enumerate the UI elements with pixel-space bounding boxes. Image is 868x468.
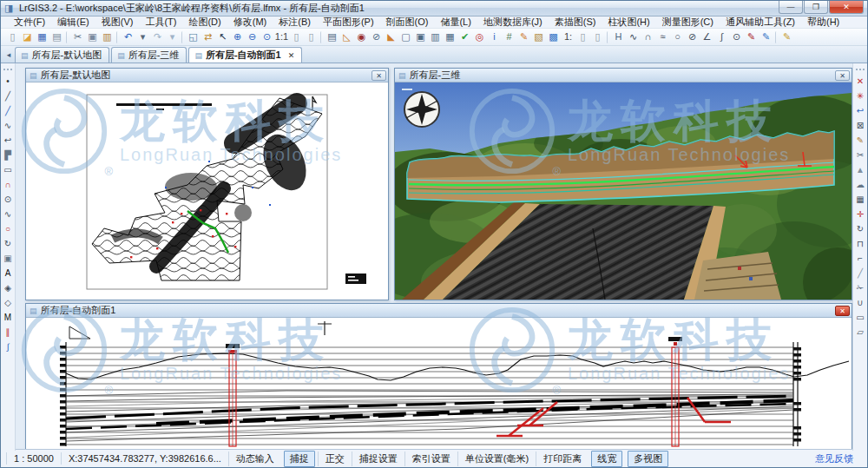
forbid-circle-icon[interactable]: ◎ [472, 30, 487, 44]
spline-icon[interactable]: ∿ [1, 119, 15, 134]
three-d-window-titlebar[interactable]: ▤ 所有层-三维 ✕ [395, 69, 852, 82]
map-canvas[interactable] [26, 82, 388, 300]
grid-edit-icon[interactable]: # [502, 30, 516, 44]
check-page-icon[interactable]: ✔ [457, 30, 472, 44]
curve-edit-icon[interactable]: ↩ [853, 104, 867, 119]
angle-tool-icon[interactable]: ∠ [700, 30, 714, 44]
image-frame-icon[interactable]: ▣ [1, 252, 15, 267]
brush-red-icon[interactable]: ✎ [744, 30, 759, 44]
menu-item[interactable]: 编辑(E) [51, 16, 95, 28]
approx-tool-icon[interactable]: ≈ [655, 30, 670, 44]
region-icon[interactable]: ▛ [1, 148, 15, 163]
join-icon[interactable]: ∪ [853, 296, 867, 311]
page-b-icon[interactable]: ▯ [590, 30, 605, 44]
print-icon[interactable]: ▤ [49, 30, 64, 44]
info-icon[interactable]: i [487, 30, 502, 44]
redo-dropdown-icon[interactable]: ▾ [165, 30, 180, 44]
save-icon[interactable]: ▦ [35, 30, 49, 44]
new-file-icon[interactable]: ▯ [5, 30, 20, 44]
text-icon[interactable]: A [1, 267, 15, 281]
select-arrow-icon[interactable]: ↖ [215, 30, 230, 44]
menu-item[interactable]: 剖面图(O) [380, 16, 435, 28]
zoom-in-icon[interactable]: ⊕ [230, 30, 245, 44]
ellipse-icon[interactable]: ○ [1, 222, 15, 237]
arc-tool-icon[interactable]: ∩ [641, 30, 655, 44]
rotate-icon[interactable]: ↻ [853, 222, 867, 237]
move-icon[interactable]: ✛ [853, 208, 867, 222]
snap-toggle[interactable]: 捕捉 [284, 451, 315, 467]
redo-icon[interactable]: ↷ [150, 30, 165, 44]
map-window-titlebar[interactable]: ▤ 所有层-默认地图 ✕ [26, 69, 388, 82]
print-distance[interactable]: 打印距离 [536, 452, 589, 466]
document-tab[interactable]: ▤ 所有层-默认地图 [15, 47, 109, 63]
polyline-icon[interactable]: ╱ [1, 104, 15, 119]
window-split-icon[interactable]: ▦ [443, 30, 457, 44]
document-tab[interactable]: ▤ 所有层-自动剖面1 ✕ [188, 47, 302, 63]
hatch-icon[interactable]: ◇ [1, 296, 15, 311]
menu-item[interactable]: 修改(M) [227, 16, 273, 28]
window-cascade-icon[interactable]: ▣ [413, 30, 428, 44]
paint-brush-icon[interactable]: ✎ [779, 30, 794, 44]
menu-item[interactable]: 测量图形(C) [656, 16, 720, 28]
toolbar-grip[interactable] [3, 69, 12, 72]
window-tile-icon[interactable]: ▥ [428, 30, 443, 44]
prev-view-icon[interactable]: ▯ [289, 30, 304, 44]
corner-icon[interactable]: ⌐ [853, 252, 867, 267]
array-icon[interactable]: ▦ [853, 193, 867, 208]
lineweight-toggle[interactable]: 线宽 [591, 451, 622, 467]
circle-line-icon[interactable]: ⊘ [369, 30, 384, 44]
ortho-toggle[interactable]: 正交 [318, 452, 352, 466]
menu-item[interactable]: 素描图(S) [549, 16, 602, 28]
profile-window-close-button[interactable]: ✕ [835, 306, 850, 316]
restore-button[interactable]: ❐ [804, 1, 828, 14]
open-folder-icon[interactable]: ◪ [20, 30, 35, 44]
noslash-tool-icon[interactable]: ⊘ [685, 30, 700, 44]
arc-polyline-icon[interactable]: ↩ [1, 134, 15, 148]
slope-icon[interactable]: ◺ [339, 30, 354, 44]
line-icon[interactable]: ╱ [1, 89, 15, 104]
zoom-1-1-icon[interactable]: 1:1 [274, 30, 289, 44]
menu-item[interactable]: 文件(F) [8, 16, 51, 28]
map-window-close-button[interactable]: ✕ [372, 70, 386, 81]
tab-close-icon[interactable]: ✕ [288, 51, 295, 60]
unit-settings[interactable]: 单位设置(毫米) [457, 452, 536, 466]
feedback-link[interactable]: 意见反馈 [815, 452, 862, 465]
zoom-out-icon[interactable]: ⊖ [245, 30, 260, 44]
menu-item[interactable]: 视图(V) [95, 16, 140, 28]
minimize-button[interactable]: — [779, 1, 803, 14]
curve-s-icon[interactable]: ∫ [1, 340, 15, 355]
break-line-icon[interactable]: ╱ [853, 267, 867, 281]
circle-radius-icon[interactable]: ⊙ [1, 193, 15, 208]
offset-icon[interactable]: ⊓ [853, 237, 867, 252]
close-button[interactable]: ✕ [829, 1, 864, 14]
copy-icon[interactable]: ▣ [85, 30, 100, 44]
mirror-icon[interactable]: ▲ [853, 163, 867, 178]
skew-icon[interactable]: ▱ [853, 326, 867, 340]
fit-view-icon[interactable]: ◱ [186, 30, 201, 44]
curve-tool-icon[interactable]: ∫ [714, 30, 729, 44]
menu-item[interactable]: 平面图形(P) [317, 16, 380, 28]
window-copy-icon[interactable]: ▢ [398, 30, 413, 44]
brush-blue-icon[interactable]: ✎ [759, 30, 773, 44]
snap-settings[interactable]: 捕捉设置 [352, 452, 404, 466]
hatch-edit-icon[interactable]: ▧ [531, 30, 546, 44]
dynamic-input-toggle[interactable]: 动态输入 [228, 452, 281, 466]
revision-cloud-icon[interactable]: ☁ [853, 178, 867, 193]
multitext-icon[interactable]: M [1, 311, 15, 326]
three-d-window[interactable]: ▤ 所有层-三维 ✕ [394, 68, 852, 300]
crop-icon[interactable]: ⊠ [853, 119, 867, 134]
arc-3pt-icon[interactable]: ↻ [1, 237, 15, 252]
document-tab[interactable]: ▤ 所有层-三维 [111, 47, 187, 63]
scissors-icon[interactable]: ✂ [853, 148, 867, 163]
erase-icon[interactable]: ✕ [853, 75, 867, 89]
toolbar-grip[interactable] [856, 69, 865, 72]
three-d-window-close-button[interactable]: ✕ [835, 70, 850, 81]
zoom-window-icon[interactable]: ⊙ [260, 30, 274, 44]
explode-icon[interactable]: ✳ [853, 89, 867, 104]
three-d-canvas[interactable] [395, 82, 852, 300]
title-bar[interactable]: ◨ LrGIS3.2 - E:\workspace\王家岭\8王家岭程序资料\所… [1, 1, 867, 16]
rectangle-icon[interactable]: ▭ [1, 163, 15, 178]
section-layout-icon[interactable]: ▤ [325, 30, 339, 44]
small-scale-icon[interactable]: 1: [561, 30, 575, 44]
arc-icon[interactable]: ∩ [1, 178, 15, 193]
